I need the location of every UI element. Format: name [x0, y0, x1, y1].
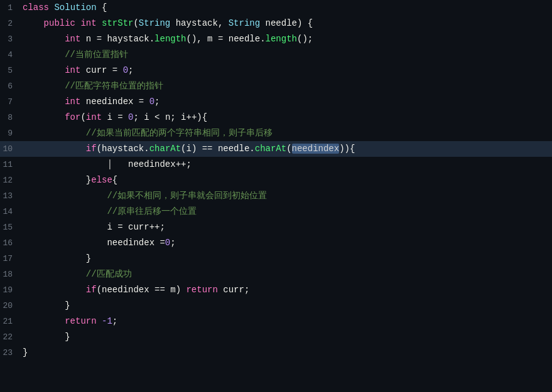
line-number-19: 19 — [0, 283, 23, 297]
code-line-11: 11 │ needindex++; — [0, 157, 552, 172]
line-number-20: 20 — [0, 299, 23, 313]
code-line-13: 13 //如果不相同，则子串就会回到初始位置 — [0, 188, 552, 204]
line-content-12: }else{ — [23, 173, 552, 187]
line-number-3: 3 — [0, 33, 23, 46]
code-line-23: 23 } — [0, 345, 552, 361]
line-number-7: 7 — [0, 95, 23, 109]
line-content-16: needindex =0; — [23, 236, 552, 250]
code-line-3: 3 int n = haystack.length(), m = needle.… — [0, 31, 552, 47]
line-number-23: 23 — [0, 346, 23, 360]
line-content-3: int n = haystack.length(), m = needle.le… — [23, 32, 552, 46]
line-content-7: int needindex = 0; — [23, 95, 552, 109]
line-number-13: 13 — [0, 189, 23, 203]
line-content-10: if(haystack.charAt(i) == needle.charAt(n… — [23, 142, 552, 156]
code-line-1: 1 class Solution { — [0, 0, 552, 16]
code-line-16: 16 needindex =0; — [0, 235, 552, 251]
line-number-21: 21 — [0, 315, 23, 329]
line-content-8: for(int i = 0; i < n; i++){ — [23, 110, 552, 124]
line-content-14: //原串往后移一个位置 — [23, 204, 552, 218]
line-number-16: 16 — [0, 236, 23, 250]
code-line-9: 9 //如果当前匹配的两个字符串相同，则子串后移 — [0, 125, 552, 141]
line-content-23: } — [23, 346, 552, 359]
line-number-18: 18 — [0, 268, 23, 282]
line-content-15: i = curr++; — [23, 220, 552, 234]
code-line-6: 6 //匹配字符串位置的指针 — [0, 78, 552, 94]
line-number-15: 15 — [0, 221, 23, 235]
line-content-19: if(needindex == m) return curr; — [23, 283, 552, 297]
line-number-5: 5 — [0, 64, 23, 78]
code-line-20: 20 } — [0, 298, 552, 314]
line-number-9: 9 — [0, 127, 23, 140]
line-number-14: 14 — [0, 205, 23, 219]
line-content-4: //当前位置指针 — [23, 48, 552, 61]
line-content-21: return -1; — [23, 314, 552, 328]
line-number-8: 8 — [0, 111, 23, 125]
code-line-12: 12 }else{ — [0, 172, 552, 188]
code-line-4: 4 //当前位置指针 — [0, 47, 552, 63]
line-number-22: 22 — [0, 331, 23, 344]
line-number-11: 11 — [0, 158, 23, 172]
code-line-2: 2 public int strStr(String haystack, Str… — [0, 16, 552, 31]
code-line-7: 7 int needindex = 0; — [0, 94, 552, 110]
line-content-17: } — [23, 252, 552, 265]
line-number-17: 17 — [0, 252, 23, 266]
line-number-4: 4 — [0, 48, 23, 62]
line-content-2: public int strStr(String haystack, Strin… — [23, 16, 552, 30]
line-content-6: //匹配字符串位置的指针 — [23, 79, 552, 93]
line-content-20: } — [23, 299, 552, 312]
line-content-11: │ needindex++; — [23, 157, 552, 171]
code-line-22: 22 } — [0, 329, 552, 345]
code-line-18: 18 //匹配成功 — [0, 267, 552, 282]
line-content-13: //如果不相同，则子串就会回到初始位置 — [23, 189, 552, 203]
line-content-5: int curr = 0; — [23, 63, 552, 77]
line-number-6: 6 — [0, 80, 23, 93]
code-line-10: 10 if(haystack.charAt(i) == needle.charA… — [0, 141, 552, 157]
line-content-18: //匹配成功 — [23, 267, 552, 281]
code-line-19: 19 if(needindex == m) return curr; — [0, 282, 552, 298]
code-line-17: 17 } — [0, 251, 552, 267]
code-line-5: 5 int curr = 0; — [0, 63, 552, 78]
line-number-10: 10 — [0, 142, 23, 156]
line-content-9: //如果当前匹配的两个字符串相同，则子串后移 — [23, 126, 552, 140]
code-line-8: 8 for(int i = 0; i < n; i++){ — [0, 110, 552, 125]
code-editor: 1 class Solution { 2 public int strStr(S… — [0, 0, 552, 392]
line-number-1: 1 — [0, 1, 23, 15]
line-content-22: } — [23, 330, 552, 344]
code-line-14: 14 //原串往后移一个位置 — [0, 204, 552, 220]
line-content-1: class Solution { — [23, 1, 552, 14]
line-number-12: 12 — [0, 174, 23, 188]
line-number-2: 2 — [0, 17, 23, 31]
code-line-15: 15 i = curr++; — [0, 220, 552, 235]
code-line-21: 21 return -1; — [0, 314, 552, 329]
